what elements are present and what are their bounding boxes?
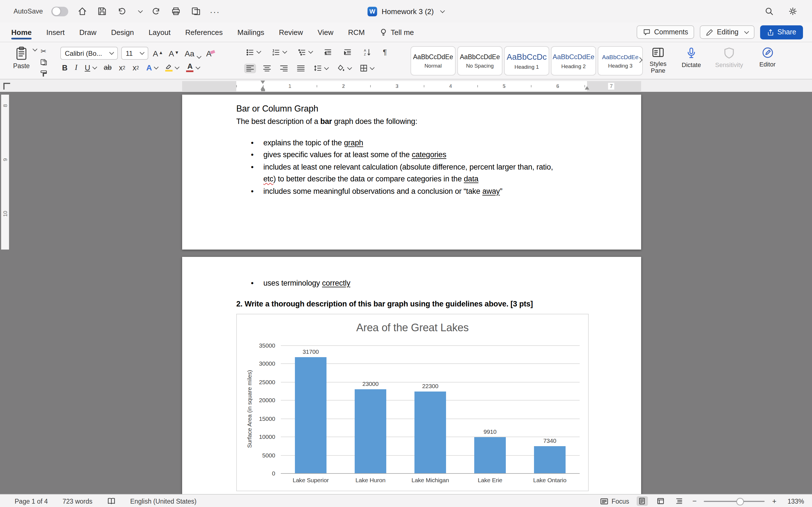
align-center-button[interactable] <box>261 63 273 73</box>
tab-review[interactable]: Review <box>279 23 303 41</box>
tab-design[interactable]: Design <box>111 23 134 41</box>
document-canvas[interactable]: Bar or Column Graph The best description… <box>0 92 812 494</box>
style-normal[interactable]: AaBbCcDdEeNormal <box>410 46 456 75</box>
page-1[interactable]: Bar or Column Graph The best description… <box>182 95 641 249</box>
language-indicator[interactable]: English (United States) <box>130 498 197 504</box>
strikethrough-button[interactable]: ab <box>104 64 112 71</box>
text-run: graph does the following: <box>332 117 417 126</box>
multilevel-list-button[interactable] <box>296 47 314 57</box>
print-layout-view-button[interactable] <box>637 496 648 506</box>
page-2[interactable]: •uses terminology correctly 2. Write a t… <box>182 257 641 494</box>
tab-home[interactable]: Home <box>11 23 32 41</box>
settings-icon[interactable] <box>787 6 799 17</box>
font-color-button[interactable]: A <box>186 63 200 72</box>
comments-label: Comments <box>654 28 688 36</box>
page-indicator[interactable]: Page 1 of 4 <box>15 498 48 504</box>
dictate-button[interactable]: Dictate <box>678 47 705 68</box>
style-no-spacing[interactable]: AaBbCcDdEeNo Spacing <box>457 46 502 75</box>
numbered-list-button[interactable] <box>270 47 288 57</box>
right-indent-marker[interactable] <box>585 86 589 90</box>
tab-tell-me[interactable]: Tell me <box>379 28 414 36</box>
shrink-font-button[interactable]: A▼ <box>168 48 181 58</box>
shading-button[interactable] <box>335 63 353 73</box>
tab-layout[interactable]: Layout <box>149 23 170 41</box>
hanging-indent-marker[interactable] <box>260 86 265 90</box>
grow-font-button[interactable]: A▲ <box>152 48 164 58</box>
undo-chevron-icon[interactable] <box>138 8 143 13</box>
decrease-indent-button[interactable] <box>322 47 334 57</box>
highlight-color-button[interactable] <box>165 64 179 71</box>
borders-button[interactable] <box>358 63 375 73</box>
search-icon[interactable] <box>763 6 775 17</box>
sort-button[interactable]: AZ <box>361 47 373 57</box>
more-commands-icon[interactable]: ··· <box>210 6 220 16</box>
left-indent-marker[interactable] <box>261 90 265 91</box>
paste-button[interactable]: Paste <box>9 46 34 75</box>
style-heading-3[interactable]: AaBbCcDdEeHeading 3 <box>598 46 643 75</box>
line-spacing-button[interactable] <box>312 63 330 73</box>
horizontal-ruler[interactable]: 1234567 <box>0 79 812 94</box>
document-title[interactable]: Homework 3 (2) <box>382 7 434 15</box>
first-line-indent-marker[interactable] <box>260 80 265 84</box>
style-heading-2[interactable]: AaBbCcDdEeHeading 2 <box>551 46 596 75</box>
tab-references[interactable]: References <box>185 23 223 41</box>
text-effects-button[interactable]: A <box>146 63 158 72</box>
align-right-button[interactable] <box>278 63 290 73</box>
tab-rcm[interactable]: RCM <box>348 23 365 41</box>
underline-chevron-icon[interactable] <box>93 64 97 69</box>
bar-chart[interactable]: Area of the Great Lakes Surface Area (in… <box>236 314 589 491</box>
editor-button[interactable]: Editor <box>755 47 780 68</box>
bold-button[interactable]: B <box>62 63 68 72</box>
y-tick-label: 30000 <box>237 360 275 367</box>
justify-button[interactable] <box>295 63 307 73</box>
align-left-button[interactable] <box>244 63 256 73</box>
title-chevron-icon[interactable] <box>441 8 445 13</box>
outline-view-button[interactable] <box>674 496 685 506</box>
bullet-list-button[interactable] <box>244 47 262 57</box>
italic-button[interactable]: I <box>75 63 78 72</box>
editing-dropdown[interactable]: Editing <box>700 25 754 39</box>
zoom-out-button[interactable]: − <box>693 497 697 505</box>
tab-draw[interactable]: Draw <box>79 23 96 41</box>
superscript-button[interactable]: x2 <box>133 63 139 72</box>
share-button[interactable]: Share <box>760 25 803 39</box>
zoom-slider-knob[interactable] <box>737 498 744 505</box>
tab-stop-selector[interactable] <box>3 83 10 90</box>
font-name-select[interactable]: Calibri (Bo... <box>60 47 118 60</box>
style-heading-1[interactable]: AaBbCcDcHeading 1 <box>504 46 549 75</box>
redo-icon[interactable] <box>151 6 162 17</box>
proofing-status-icon[interactable] <box>107 497 116 505</box>
autosave-toggle[interactable] <box>51 6 68 16</box>
format-painter-button[interactable] <box>38 69 49 78</box>
dictate-label: Dictate <box>682 61 701 68</box>
increase-indent-button[interactable] <box>342 47 354 57</box>
styles-pane-button[interactable]: Styles Pane <box>643 47 673 74</box>
tab-insert[interactable]: Insert <box>46 23 64 41</box>
format-copy-icon[interactable] <box>190 6 201 17</box>
focus-toggle[interactable]: Focus <box>600 498 629 504</box>
word-count[interactable]: 723 words <box>63 498 93 504</box>
subscript-button[interactable]: x2 <box>119 63 125 72</box>
print-icon[interactable] <box>170 6 182 17</box>
save-icon[interactable] <box>96 6 108 17</box>
document-title-area[interactable]: W Homework 3 (2) <box>368 0 445 22</box>
sensitivity-button[interactable]: Sensitivity <box>712 47 747 68</box>
tab-mailings[interactable]: Mailings <box>238 23 264 41</box>
underline-button[interactable]: U <box>85 63 91 72</box>
zoom-slider[interactable] <box>704 501 765 502</box>
home-icon[interactable] <box>77 6 88 17</box>
copy-button[interactable] <box>38 58 49 66</box>
zoom-percent[interactable]: 133% <box>784 498 804 504</box>
show-formatting-marks-button[interactable]: ¶ <box>381 47 389 57</box>
undo-icon[interactable] <box>116 6 128 17</box>
vertical-ruler[interactable]: 8910 <box>0 92 10 494</box>
cut-button[interactable]: ✂ <box>38 47 49 55</box>
style-label: Heading 2 <box>561 63 586 69</box>
tab-view[interactable]: View <box>318 23 334 41</box>
web-layout-view-button[interactable] <box>655 496 666 506</box>
zoom-in-button[interactable]: + <box>772 497 776 505</box>
clear-formatting-button[interactable]: A <box>205 48 216 58</box>
font-size-select[interactable]: 11 <box>121 47 148 60</box>
comments-button[interactable]: Comments <box>637 25 695 39</box>
change-case-button[interactable]: Aa <box>184 48 202 58</box>
